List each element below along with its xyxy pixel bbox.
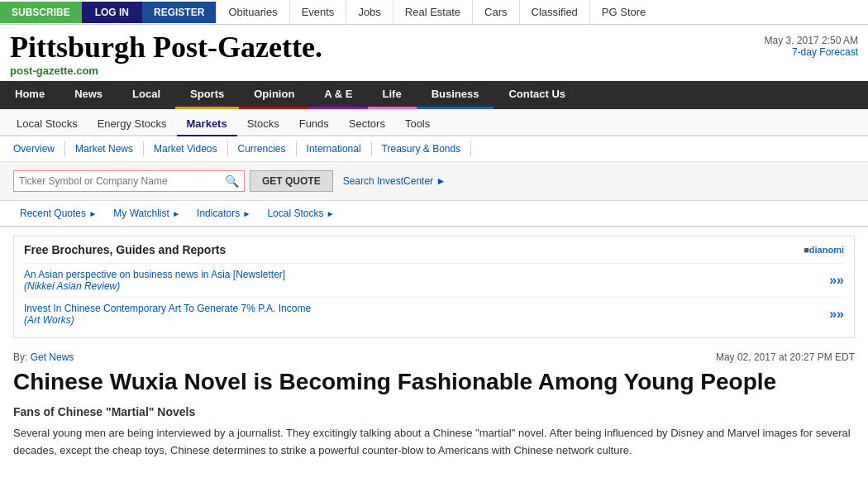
login-button[interactable]: LOG IN [82, 2, 142, 23]
top-bar: SUBSCRIBE LOG IN REGISTER Obituaries Eve… [0, 0, 868, 25]
top-nav-pgstore[interactable]: PG Store [589, 0, 657, 24]
article-body: Several young men are being interviewed … [13, 425, 855, 460]
top-nav-classified[interactable]: Classified [519, 0, 589, 24]
brochure-source-2: (Art Works) [24, 314, 821, 326]
tab-funds[interactable]: Funds [289, 114, 339, 136]
site-header: Pittsburgh Post-Gazette. post-gazette.co… [0, 25, 868, 81]
site-logo: Pittsburgh Post-Gazette. [10, 31, 765, 64]
nav-news[interactable]: News [60, 81, 117, 109]
sub-nav: Local Stocks Energy Stocks Markets Stock… [0, 109, 868, 136]
nav-sports[interactable]: Sports [175, 81, 239, 109]
brochure-item-2: Invest In Chinese Contemporary Art To Ge… [24, 297, 844, 331]
nav-business[interactable]: Business [417, 81, 494, 109]
article-author-link[interactable]: Get News [31, 351, 74, 363]
nav-opinion[interactable]: Opinion [239, 81, 309, 109]
tab-stocks[interactable]: Stocks [237, 114, 289, 136]
top-nav: Obituaries Events Jobs Real Estate Cars … [216, 0, 868, 24]
top-nav-cars[interactable]: Cars [472, 0, 518, 24]
register-button[interactable]: REGISTER [142, 2, 216, 23]
tab-sectors[interactable]: Sectors [339, 114, 395, 136]
recent-quotes-link[interactable]: Recent Quotes ► [13, 206, 103, 221]
tab-local-stocks[interactable]: Local Stocks [7, 114, 88, 136]
top-nav-events[interactable]: Events [289, 0, 346, 24]
tab-energy-stocks[interactable]: Energy Stocks [88, 114, 177, 136]
local-stocks-link[interactable]: Local Stocks ► [260, 206, 341, 221]
top-nav-realestate[interactable]: Real Estate [393, 0, 472, 24]
top-nav-jobs[interactable]: Jobs [346, 0, 392, 24]
sec-nav-overview[interactable]: Overview [13, 141, 65, 156]
search-investcenter-link[interactable]: Search InvestCenter ► [343, 175, 446, 187]
article-by: By: Get News [13, 351, 74, 363]
search-icon: 🔍 [225, 174, 239, 188]
content-area: Free Brochures, Guides and Reports ■dian… [0, 227, 868, 468]
tab-markets[interactable]: Markets [177, 114, 237, 136]
sec-nav-international[interactable]: International [297, 141, 372, 156]
article-date: May 02, 2017 at 20:27 PM EDT [716, 351, 855, 363]
article-subtitle: Fans of Chinese "Martial" Novels [13, 405, 855, 418]
sec-nav-market-videos[interactable]: Market Videos [144, 141, 227, 156]
my-watchlist-link[interactable]: My Watchlist ► [107, 206, 187, 221]
search-input[interactable] [19, 175, 225, 187]
subscribe-button[interactable]: SUBSCRIBE [0, 2, 82, 23]
forecast-link[interactable]: 7-day Forecast [765, 46, 858, 58]
main-nav: Home News Local Sports Opinion A & E Lif… [0, 81, 868, 109]
brochure-text-1: An Asian perspective on business news in… [24, 269, 821, 292]
brochure-item: An Asian perspective on business news in… [24, 263, 844, 297]
brochures-header: Free Brochures, Guides and Reports ■dian… [24, 243, 844, 256]
site-domain: post-gazette.com [10, 64, 765, 77]
sec-nav-currencies[interactable]: Currencies [228, 141, 297, 156]
nav-contact[interactable]: Contact Us [494, 81, 580, 109]
sec-nav-market-news[interactable]: Market News [65, 141, 144, 156]
logo-area: Pittsburgh Post-Gazette. post-gazette.co… [10, 31, 765, 77]
header-date: May 3, 2017 2:50 AM [765, 35, 858, 46]
dianomi-logo: ■dianomi [804, 245, 844, 255]
article: By: Get News May 02, 2017 at 20:27 PM ED… [13, 351, 855, 460]
nav-ae[interactable]: A & E [309, 81, 367, 109]
article-meta: By: Get News May 02, 2017 at 20:27 PM ED… [13, 351, 855, 363]
brochure-text-2: Invest In Chinese Contemporary Art To Ge… [24, 303, 821, 326]
nav-life[interactable]: Life [368, 81, 417, 109]
search-input-wrap: 🔍 [13, 170, 245, 192]
nav-local[interactable]: Local [117, 81, 175, 109]
header-right: May 3, 2017 2:50 AM 7-day Forecast [765, 31, 858, 58]
brochure-source-1: (Nikkei Asian Review) [24, 280, 821, 292]
top-nav-obituaries[interactable]: Obituaries [216, 0, 289, 24]
top-bar-left: SUBSCRIBE LOG IN REGISTER [0, 2, 216, 23]
quick-links: Recent Quotes ► My Watchlist ► Indicator… [0, 201, 868, 227]
search-bar: 🔍 GET QUOTE Search InvestCenter ► [0, 162, 868, 201]
brochure-arrow-1[interactable]: »» [829, 273, 844, 288]
sec-nav: Overview Market News Market Videos Curre… [0, 136, 868, 162]
sec-nav-treasury[interactable]: Treasury & Bonds [372, 141, 472, 156]
brochure-link-2[interactable]: Invest In Chinese Contemporary Art To Ge… [24, 303, 311, 314]
article-title: Chinese Wuxia Novel is Becoming Fashiona… [13, 368, 855, 396]
get-quote-button[interactable]: GET QUOTE [250, 170, 333, 192]
brochures-title: Free Brochures, Guides and Reports [24, 243, 226, 256]
brochure-link-1[interactable]: An Asian perspective on business news in… [24, 269, 285, 280]
indicators-link[interactable]: Indicators ► [190, 206, 257, 221]
brochures-section: Free Brochures, Guides and Reports ■dian… [13, 236, 855, 338]
tab-tools[interactable]: Tools [395, 114, 440, 136]
brochure-arrow-2[interactable]: »» [829, 307, 844, 322]
nav-home[interactable]: Home [0, 81, 60, 109]
